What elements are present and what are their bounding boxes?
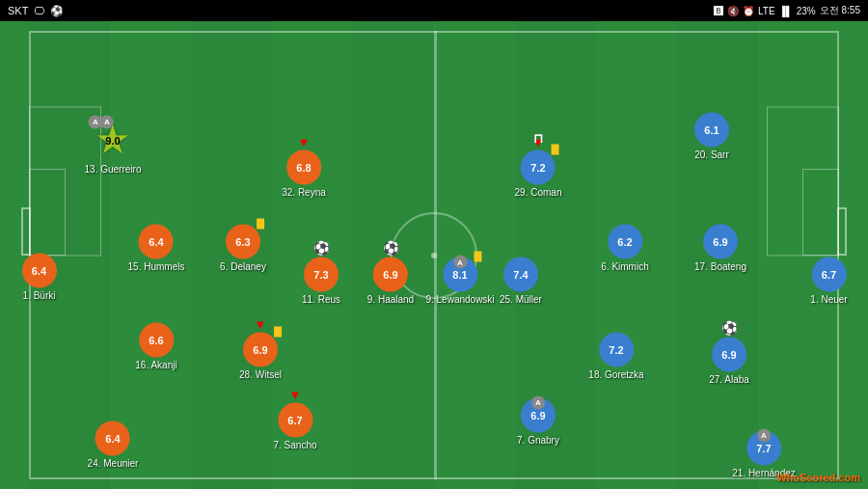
player-bubble: 6.6 xyxy=(139,323,174,358)
player-meunier: 6.424. Meunier xyxy=(88,421,139,469)
player-coman: 7.2▼⊓29. Coman xyxy=(515,149,562,197)
star-rating-value: 9.0 xyxy=(105,134,120,146)
left-goal xyxy=(21,207,31,256)
yellow-card xyxy=(274,326,282,337)
player-haaland: 6.9⚽9. Haaland xyxy=(367,258,414,305)
player-lewandowski: 8.1A9. Lewandowski xyxy=(425,258,494,305)
player-sarr: 6.120. Sarr xyxy=(694,113,729,160)
player-name-label: 9. Lewandowski xyxy=(425,294,494,305)
player-name-label: 28. Witsel xyxy=(239,368,282,379)
battery: 23% xyxy=(797,6,816,16)
player-delaney: 6.36. Delaney xyxy=(220,225,266,272)
alarm-icon: ⏰ xyxy=(743,6,754,16)
player-name-label: 1. Neuer xyxy=(810,294,847,305)
player-hummels: 6.415. Hummels xyxy=(128,225,185,272)
player-bubble: 6.3 xyxy=(226,225,260,259)
player-bubble: 6.4 xyxy=(139,225,174,259)
player-bubble: 6.7▼ xyxy=(278,402,312,437)
player-gnabry: 6.9A7. Gnabry xyxy=(517,397,559,445)
player-sancho: 6.7▼7. Sancho xyxy=(273,402,316,449)
player-name-label: 24. Meunier xyxy=(88,458,139,469)
player-bubble: 7.2▼⊓ xyxy=(521,149,556,184)
wifi-icon: ⚽ xyxy=(50,5,64,17)
player-name-label: 29. Coman xyxy=(515,186,562,197)
player-name-label: 6. Kimmich xyxy=(601,261,648,272)
player-reus: 7.3⚽11. Reus xyxy=(302,258,340,305)
player-name-label: 13. Guerreiro xyxy=(85,163,142,174)
yellow-card xyxy=(257,219,264,230)
player-guerreiro: AA★9.013. Guerreiro xyxy=(85,117,142,174)
substitution-arrow: ▼ xyxy=(298,134,311,149)
player-bubble: 6.9⚽ xyxy=(712,337,746,371)
badge-single: A xyxy=(453,256,467,269)
player-akanji: 6.616. Akanji xyxy=(135,323,176,370)
player-name-label: 6. Delaney xyxy=(220,261,266,272)
player-name-label: 20. Sarr xyxy=(694,149,729,160)
mute-icon: 🔇 xyxy=(727,6,739,16)
lte-label: LTE xyxy=(758,6,775,16)
player-name-label: 7. Gnabry xyxy=(517,434,559,445)
player-name-label: 9. Haaland xyxy=(367,294,414,305)
carrier: SKT xyxy=(8,5,28,16)
badge-single: A xyxy=(531,395,545,409)
football-pitch: 6.41. Bürki6.424. Meunier6.616. Akanji6.… xyxy=(0,21,868,489)
ball-icon: ⚽ xyxy=(313,240,330,256)
player-name-label: 25. Müller xyxy=(500,294,542,305)
player-bubble: 6.9⚽ xyxy=(373,258,408,292)
right-goal xyxy=(837,207,847,256)
player-goretzka: 7.218. Goretzka xyxy=(588,332,643,379)
signal-icon: ▐▌ xyxy=(779,6,793,16)
left-goal-area xyxy=(29,169,66,256)
player-bubble: 7.2 xyxy=(599,332,634,367)
screen-icon: 🖵 xyxy=(34,5,44,16)
player-bubble: 6.4 xyxy=(95,421,130,456)
player-burki: 6.41. Bürki xyxy=(22,253,57,300)
goalpost-icon: ⊓ xyxy=(533,130,543,145)
substitution-arrow: ▼ xyxy=(255,316,267,331)
yellow-card xyxy=(552,144,559,154)
player-name-label: 16. Akanji xyxy=(135,360,176,370)
player-neuer: 6.71. Neuer xyxy=(810,258,847,305)
player-bubble: 6.7 xyxy=(811,258,846,292)
badge-single: A xyxy=(757,428,771,442)
substitution-arrow: ▼ xyxy=(289,387,302,401)
player-name-label: 7. Sancho xyxy=(273,439,316,449)
ball-icon: ⚽ xyxy=(383,240,399,256)
player-bubble: 6.4 xyxy=(22,253,57,287)
player-hernandez: 7.7A21. Hernández xyxy=(732,430,796,477)
player-bubble: 6.9▼ xyxy=(243,332,278,367)
player-bubble: 6.8▼ xyxy=(286,149,321,184)
player-boateng: 6.917. Boateng xyxy=(694,225,746,272)
player-witsel: 6.9▼28. Witsel xyxy=(239,332,282,379)
player-bubble: 7.7A xyxy=(746,430,781,465)
player-kimmich: 6.26. Kimmich xyxy=(601,225,648,272)
bluetooth-icon: 🅱 xyxy=(714,6,723,16)
player-name-label: 1. Bürki xyxy=(23,289,56,300)
whoscored-watermark: WhoScored.com xyxy=(776,472,860,483)
player-muller: 7.425. Müller xyxy=(500,258,542,305)
player-bubble: 6.9 xyxy=(703,225,738,259)
player-bubble: 7.4 xyxy=(503,258,538,292)
ball-icon: ⚽ xyxy=(721,319,738,335)
status-bar: SKT 🖵 ⚽ 🅱 🔇 ⏰ LTE ▐▌ 23% 오전 8:55 xyxy=(0,0,868,21)
yellow-card xyxy=(474,252,481,262)
time-label: 오전 8:55 xyxy=(820,4,860,17)
player-bubble: 8.1A xyxy=(443,258,477,292)
status-right: 🅱 🔇 ⏰ LTE ▐▌ 23% 오전 8:55 xyxy=(714,4,860,17)
right-goal-area xyxy=(802,169,839,256)
player-name-label: 11. Reus xyxy=(302,294,340,305)
player-bubble: 7.3⚽ xyxy=(304,258,339,292)
player-name-label: 18. Goretzka xyxy=(588,368,643,379)
player-bubble: 6.2 xyxy=(608,225,642,259)
player-name-label: 32. Reyna xyxy=(282,186,326,197)
player-alaba: 6.9⚽27. Alaba xyxy=(709,337,749,384)
status-left: SKT 🖵 ⚽ xyxy=(8,5,64,17)
player-reyna: 6.8▼32. Reyna xyxy=(282,149,326,197)
player-name-label: 15. Hummels xyxy=(128,261,185,272)
player-bubble: 6.9A xyxy=(521,397,556,432)
player-name-label: 17. Boateng xyxy=(694,261,746,272)
player-bubble: 6.1 xyxy=(694,113,729,148)
player-name-label: 27. Alaba xyxy=(709,373,749,384)
